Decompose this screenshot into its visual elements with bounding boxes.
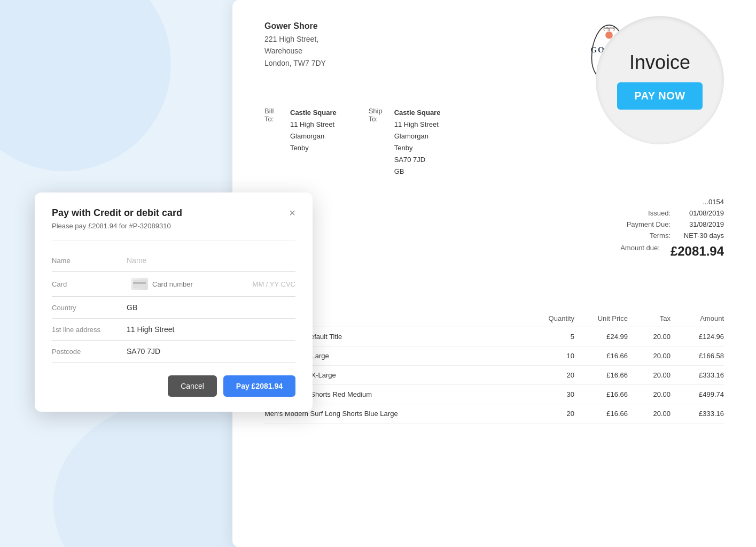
row-amount: £166.58 bbox=[671, 352, 724, 360]
country-input[interactable] bbox=[127, 303, 295, 312]
card-form-row: Card MM / YY CVC bbox=[52, 272, 295, 297]
invoice-number: ...0154 bbox=[681, 198, 724, 206]
company-address: 221 High Street, Warehouse London, TW7 7… bbox=[264, 33, 494, 69]
postcode-label: Postcode bbox=[52, 348, 127, 356]
invoice-circle: Invoice PAY NOW bbox=[596, 16, 724, 144]
name-form-row: Name bbox=[52, 250, 295, 272]
ship-to-address: Castle Square 11 High Street Glamorgan T… bbox=[394, 107, 441, 178]
invoice-title: Invoice bbox=[629, 51, 690, 74]
row-quantity: 30 bbox=[521, 390, 574, 398]
row-amount: £333.16 bbox=[671, 410, 724, 418]
table-row: ck Backpack Default Title 5 £24.99 20.00… bbox=[264, 327, 724, 346]
modal-divider bbox=[52, 241, 295, 241]
name-label: Name bbox=[52, 257, 127, 265]
bill-to-address: Castle Square 11 High Street Glamorgan T… bbox=[290, 107, 337, 178]
terms-value: NET-30 days bbox=[681, 232, 724, 240]
row-quantity: 20 bbox=[521, 410, 574, 418]
terms-row: Terms: NET-30 days bbox=[620, 232, 724, 240]
row-quantity: 20 bbox=[521, 371, 574, 379]
issued-label: Issued: bbox=[648, 209, 671, 217]
pay-now-button[interactable]: PAY NOW bbox=[617, 82, 702, 110]
amount-due-row: Amount due: £2081.94 bbox=[620, 244, 724, 259]
country-form-row: Country bbox=[52, 297, 295, 319]
svg-rect-10 bbox=[133, 282, 146, 284]
modal-subtitle: Please pay £2081.94 for #P-32089310 bbox=[52, 222, 295, 230]
address-form-row: 1st line address bbox=[52, 319, 295, 341]
svg-line-3 bbox=[604, 29, 605, 31]
country-label: Country bbox=[52, 304, 127, 312]
row-quantity: 10 bbox=[521, 352, 574, 360]
name-input[interactable] bbox=[127, 256, 295, 265]
background-circle-left bbox=[0, 0, 171, 171]
row-quantity: 5 bbox=[521, 333, 574, 341]
table-row: urf Shorts Red X-Large 20 £16.66 20.00 £… bbox=[264, 366, 724, 385]
row-tax: 20.00 bbox=[628, 333, 671, 341]
table-row: n's Modern urf Shorts Red Medium 30 £16.… bbox=[264, 385, 724, 404]
amount-due-value: £2081.94 bbox=[671, 244, 724, 259]
payment-due-value: 31/08/2019 bbox=[681, 220, 724, 228]
row-tax: 20.00 bbox=[628, 410, 671, 418]
address-label: 1st line address bbox=[52, 326, 127, 334]
table-header: Quantity Unit Price Tax Amount bbox=[264, 310, 724, 327]
payment-due-row: Payment Due: 31/08/2019 bbox=[620, 220, 724, 228]
ship-to-label: Ship To: bbox=[369, 107, 388, 178]
row-tax: 20.00 bbox=[628, 390, 671, 398]
modal-header: Pay with Credit or debit card × bbox=[52, 207, 295, 219]
row-amount: £124.96 bbox=[671, 333, 724, 341]
svg-text:SWANSEA: SWANSEA bbox=[603, 27, 614, 29]
address-input[interactable] bbox=[127, 325, 295, 334]
row-unit-price: £16.66 bbox=[574, 410, 628, 418]
invoice-number-row: ...0154 bbox=[620, 198, 724, 206]
card-number-input[interactable] bbox=[152, 280, 248, 288]
tax-header: Tax bbox=[628, 314, 671, 322]
row-unit-price: £24.99 bbox=[574, 333, 628, 341]
row-amount: £499.74 bbox=[671, 390, 724, 398]
row-unit-price: £16.66 bbox=[574, 352, 628, 360]
amount-due-label: Amount due: bbox=[620, 244, 660, 259]
card-expiry-cvc: MM / YY CVC bbox=[253, 280, 295, 288]
quantity-header: Quantity bbox=[521, 314, 574, 322]
bill-to-block: Bill To: Castle Square 11 High Street Gl… bbox=[264, 107, 337, 178]
postcode-input[interactable] bbox=[127, 347, 295, 356]
card-brand-icon bbox=[133, 280, 146, 288]
card-label: Card bbox=[52, 280, 127, 288]
row-unit-price: £16.66 bbox=[574, 390, 628, 398]
row-amount: £333.16 bbox=[671, 371, 724, 379]
card-icon bbox=[131, 278, 148, 290]
payment-due-label: Payment Due: bbox=[627, 220, 671, 228]
ship-to-block: Ship To: Castle Square 11 High Street Gl… bbox=[369, 107, 441, 178]
company-name: Gower Shore bbox=[264, 21, 494, 31]
svg-text:UK: UK bbox=[608, 29, 611, 32]
cancel-button[interactable]: Cancel bbox=[168, 375, 217, 397]
issued-row: Issued: 01/08/2019 bbox=[620, 209, 724, 217]
pay-button[interactable]: Pay £2081.94 bbox=[223, 375, 295, 397]
terms-label: Terms: bbox=[650, 232, 671, 240]
amount-header: Amount bbox=[671, 314, 724, 322]
row-tax: 20.00 bbox=[628, 352, 671, 360]
company-info: Gower Shore 221 High Street, Warehouse L… bbox=[264, 21, 494, 69]
modal-title: Pay with Credit or debit card bbox=[52, 207, 182, 219]
table-row: urf Shorts Red Large 10 £16.66 20.00 £16… bbox=[264, 346, 724, 366]
row-tax: 20.00 bbox=[628, 371, 671, 379]
issued-value: 01/08/2019 bbox=[681, 209, 724, 217]
postcode-form-row: Postcode bbox=[52, 341, 295, 363]
bill-to-label: Bill To: bbox=[264, 107, 284, 178]
payment-modal: Pay with Credit or debit card × Please p… bbox=[35, 192, 313, 412]
svg-line-2 bbox=[614, 29, 615, 31]
invoice-table: Quantity Unit Price Tax Amount ck Backpa… bbox=[264, 310, 724, 423]
modal-close-button[interactable]: × bbox=[289, 207, 295, 218]
row-unit-price: £16.66 bbox=[574, 371, 628, 379]
table-body: ck Backpack Default Title 5 £24.99 20.00… bbox=[264, 327, 724, 423]
invoice-meta: ...0154 Issued: 01/08/2019 Payment Due: … bbox=[620, 198, 724, 259]
unit-price-header: Unit Price bbox=[574, 314, 628, 322]
modal-footer: Cancel Pay £2081.94 bbox=[52, 375, 295, 397]
table-row: Men's Modern Surf Long Shorts Blue Large… bbox=[264, 404, 724, 423]
